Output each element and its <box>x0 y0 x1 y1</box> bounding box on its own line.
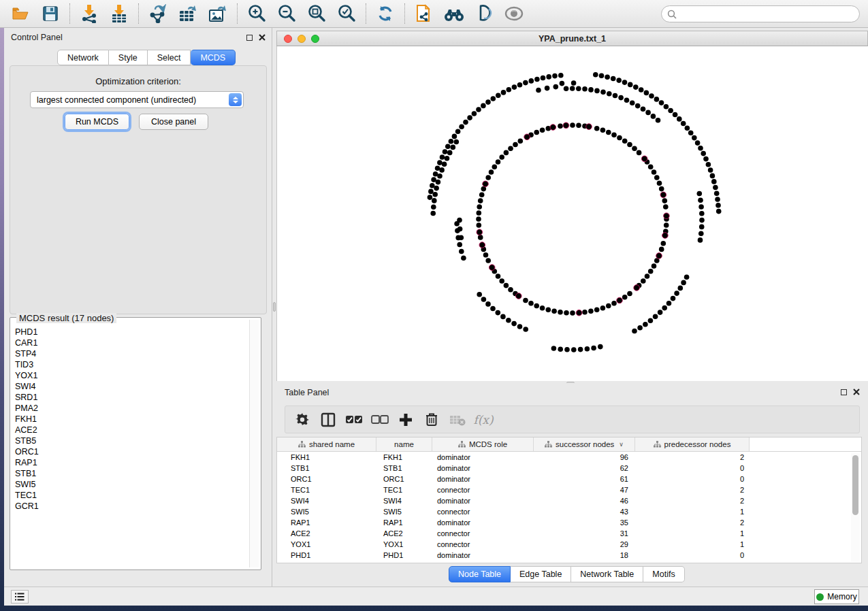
cell-shared-name[interactable]: SWI4 <box>277 497 376 505</box>
graph-leaf-node[interactable] <box>698 237 703 243</box>
graph-leaf-node[interactable] <box>445 156 450 161</box>
graph-leaf-node[interactable] <box>457 242 462 248</box>
graph-leaf-node[interactable] <box>677 116 682 122</box>
graph-leaf-node[interactable] <box>511 321 517 327</box>
graph-leaf-node[interactable] <box>697 191 703 197</box>
cell-successor-nodes[interactable]: 61 <box>534 475 635 483</box>
graph-leaf-node[interactable] <box>428 195 433 200</box>
cell-shared-name[interactable]: FKH1 <box>277 453 376 461</box>
graph-leaf-node[interactable] <box>643 322 648 327</box>
import-network-button[interactable] <box>76 2 103 25</box>
cell-shared-name[interactable]: RAP1 <box>277 518 376 527</box>
table-scrollbar-thumb[interactable] <box>852 455 858 515</box>
graph-ring-node[interactable] <box>546 308 551 313</box>
graph-leaf-node[interactable] <box>695 140 701 146</box>
graph-leaf-node[interactable] <box>436 180 441 185</box>
graph-leaf-node[interactable] <box>551 346 557 351</box>
cell-name[interactable]: SWI5 <box>376 508 432 516</box>
cell-predecessor-nodes[interactable]: 1 <box>635 529 750 538</box>
graph-leaf-node[interactable] <box>588 87 594 93</box>
graph-leaf-node[interactable] <box>506 318 511 323</box>
graph-leaf-node[interactable] <box>496 310 501 316</box>
graph-leaf-node[interactable] <box>622 80 628 85</box>
graph-leaf-node[interactable] <box>491 96 496 101</box>
graph-ring-node[interactable] <box>477 222 482 228</box>
graph-leaf-node[interactable] <box>674 291 679 296</box>
graph-leaf-node[interactable] <box>716 203 721 208</box>
graph-leaf-node[interactable] <box>490 306 496 312</box>
graph-ring-node[interactable] <box>564 310 569 316</box>
graph-ring-node[interactable] <box>611 301 617 306</box>
float-panel-icon[interactable] <box>246 35 253 41</box>
close-panel-icon[interactable] <box>259 34 266 41</box>
graph-leaf-node[interactable] <box>553 84 559 90</box>
window-close-icon[interactable] <box>284 35 292 43</box>
graph-leaf-node[interactable] <box>459 125 464 130</box>
graph-leaf-node[interactable] <box>698 231 704 236</box>
column-header-predecessor-nodes[interactable]: predecessor nodes <box>635 437 750 451</box>
cell-MCDS-role[interactable]: dominator <box>432 464 534 472</box>
graph-ring-node[interactable] <box>622 139 628 144</box>
graph-ring-node[interactable] <box>570 122 575 128</box>
cell-MCDS-role[interactable]: dominator <box>432 551 534 559</box>
graph-leaf-node[interactable] <box>534 77 540 82</box>
cell-MCDS-role[interactable]: connector <box>432 486 534 494</box>
graph-leaf-node[interactable] <box>678 286 684 291</box>
cell-successor-nodes[interactable]: 46 <box>534 497 635 505</box>
cell-name[interactable]: STB1 <box>376 464 432 472</box>
graph-ring-node[interactable] <box>551 309 557 314</box>
graph-ring-node[interactable] <box>594 308 600 313</box>
graph-leaf-node[interactable] <box>459 249 464 254</box>
graph-mcds-hub-node[interactable] <box>516 293 522 299</box>
graph-ring-node[interactable] <box>570 310 575 316</box>
graph-ring-node[interactable] <box>485 175 491 180</box>
window-minimize-icon[interactable] <box>298 35 306 43</box>
graph-ring-node[interactable] <box>499 154 504 160</box>
graph-leaf-node[interactable] <box>666 301 672 306</box>
cell-shared-name[interactable]: TEC1 <box>277 486 376 494</box>
graph-ring-node[interactable] <box>492 165 498 170</box>
table-row[interactable]: RAP1RAP1dominator352 <box>277 517 861 528</box>
graph-leaf-node[interactable] <box>607 91 612 97</box>
graph-leaf-node[interactable] <box>585 346 590 352</box>
cell-successor-nodes[interactable]: 18 <box>534 551 635 559</box>
export-network-to-web-button[interactable] <box>411 2 438 25</box>
graph-ring-node[interactable] <box>499 278 504 284</box>
tab-mcds[interactable]: MCDS <box>191 50 236 65</box>
graph-leaf-node[interactable] <box>449 139 454 144</box>
graph-ring-node[interactable] <box>662 198 668 203</box>
graph-leaf-node[interactable] <box>571 80 577 86</box>
graph-leaf-node[interactable] <box>523 327 528 332</box>
cell-shared-name[interactable]: YOX1 <box>277 540 376 548</box>
network-canvas[interactable] <box>276 46 868 381</box>
cell-predecessor-nodes[interactable]: 2 <box>635 518 750 527</box>
column-header-MCDS-role[interactable]: MCDS role <box>432 437 534 451</box>
graph-leaf-node[interactable] <box>546 74 551 80</box>
graph-ring-node[interactable] <box>663 204 669 210</box>
cell-name[interactable]: RAP1 <box>376 518 432 527</box>
graph-leaf-node[interactable] <box>428 189 434 195</box>
graph-leaf-node[interactable] <box>500 314 506 320</box>
graph-leaf-node[interactable] <box>517 324 523 329</box>
graph-ring-node[interactable] <box>483 252 489 258</box>
graph-leaf-node[interactable] <box>698 204 704 210</box>
graph-leaf-node[interactable] <box>564 347 570 352</box>
cell-shared-name[interactable]: PHD1 <box>277 551 376 559</box>
graph-mcds-hub-node[interactable] <box>656 253 662 259</box>
graph-leaf-node[interactable] <box>703 156 709 162</box>
graph-leaf-node[interactable] <box>560 81 565 86</box>
graph-ring-node[interactable] <box>664 222 669 228</box>
graph-leaf-node[interactable] <box>457 227 463 232</box>
graph-ring-node[interactable] <box>648 165 654 170</box>
float-table-panel-icon[interactable] <box>841 389 847 395</box>
graph-leaf-node[interactable] <box>541 76 546 81</box>
graph-mcds-hub-node[interactable] <box>634 285 640 291</box>
mcds-result-item[interactable]: STP4 <box>15 348 248 359</box>
graph-leaf-node[interactable] <box>618 95 624 101</box>
graph-ring-node[interactable] <box>496 274 501 279</box>
graph-leaf-node[interactable] <box>633 84 639 90</box>
cell-predecessor-nodes[interactable]: 0 <box>635 464 750 472</box>
graph-leaf-node[interactable] <box>431 204 436 210</box>
mcds-result-item[interactable]: PHD1 <box>15 327 248 337</box>
graph-mcds-hub-node[interactable] <box>479 242 485 248</box>
